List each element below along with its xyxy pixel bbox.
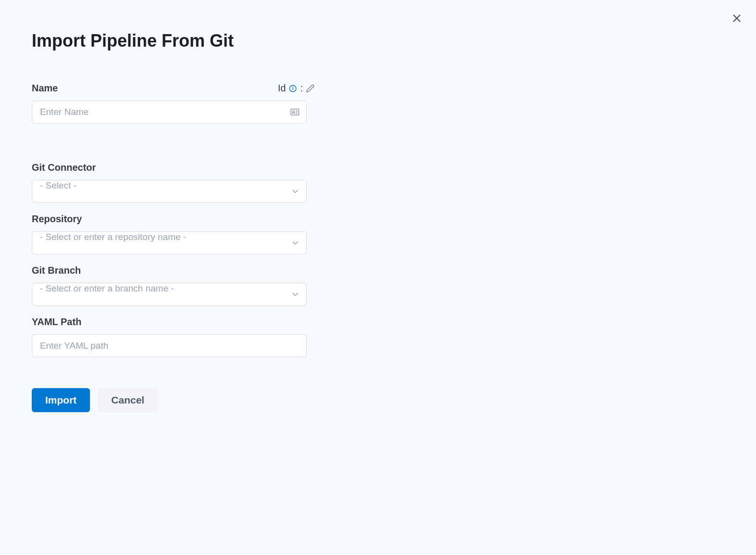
git-branch-field-group: Git Branch - Select or enter a branch na… — [32, 265, 315, 306]
repository-label-row: Repository — [32, 214, 315, 225]
repository-field-group: Repository - Select or enter a repositor… — [32, 214, 315, 254]
git-branch-select[interactable]: - Select or enter a branch name - — [32, 283, 307, 306]
id-label: Id — [278, 83, 286, 94]
repository-label: Repository — [32, 214, 82, 225]
repository-input-wrapper: - Select or enter a repository name - — [32, 231, 307, 254]
git-connector-field-group: Git Connector - Select - — [32, 162, 315, 203]
id-group: Id : — [278, 83, 315, 94]
info-icon[interactable] — [289, 84, 297, 93]
import-button[interactable]: Import — [32, 388, 90, 412]
dialog-container: Import Pipeline From Git Name Id : — [0, 0, 346, 443]
name-label: Name — [32, 83, 58, 94]
git-connector-label: Git Connector — [32, 162, 96, 173]
page-title: Import Pipeline From Git — [32, 31, 315, 51]
git-connector-select[interactable]: - Select - — [32, 180, 307, 203]
yaml-path-field-group: YAML Path — [32, 316, 315, 357]
yaml-path-label-row: YAML Path — [32, 316, 315, 328]
yaml-path-input-wrapper — [32, 334, 307, 357]
git-connector-input-wrapper: - Select - — [32, 180, 307, 203]
button-row: Import Cancel — [32, 388, 315, 412]
pencil-icon[interactable] — [306, 84, 315, 93]
id-colon: : — [300, 83, 303, 94]
cancel-button[interactable]: Cancel — [98, 388, 158, 412]
repository-select[interactable]: - Select or enter a repository name - — [32, 231, 307, 254]
git-connector-label-row: Git Connector — [32, 162, 315, 173]
name-label-row: Name Id : — [32, 83, 315, 94]
yaml-path-label: YAML Path — [32, 316, 81, 328]
svg-point-4 — [293, 87, 293, 87]
git-branch-input-wrapper: - Select or enter a branch name - — [32, 283, 307, 306]
git-branch-label: Git Branch — [32, 265, 81, 276]
git-branch-label-row: Git Branch — [32, 265, 315, 276]
yaml-path-input[interactable] — [32, 334, 307, 357]
name-input-wrapper — [32, 101, 307, 124]
close-button[interactable] — [728, 11, 745, 28]
name-input[interactable] — [32, 101, 307, 124]
name-field-group: Name Id : — [32, 83, 315, 124]
close-icon — [731, 13, 742, 25]
